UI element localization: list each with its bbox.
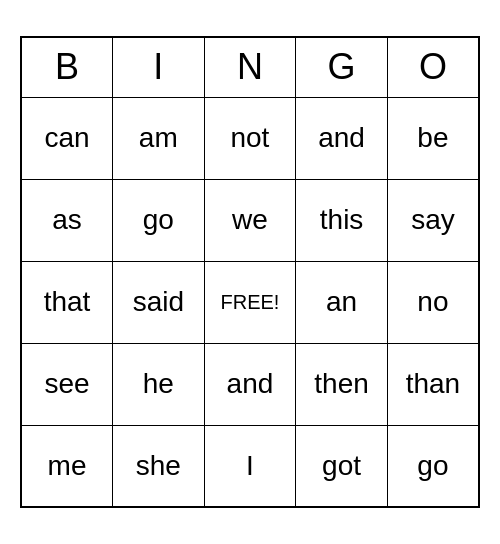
list-item: go — [387, 425, 479, 507]
list-item: no — [387, 261, 479, 343]
list-item: FREE! — [204, 261, 296, 343]
list-item: can — [21, 97, 113, 179]
list-item: say — [387, 179, 479, 261]
list-item: I — [204, 425, 296, 507]
table-row: mesheIgotgo — [21, 425, 479, 507]
list-item: be — [387, 97, 479, 179]
header-g: G — [296, 37, 388, 97]
header-o: O — [387, 37, 479, 97]
list-item: she — [113, 425, 205, 507]
list-item: we — [204, 179, 296, 261]
list-item: and — [204, 343, 296, 425]
table-row: seeheandthenthan — [21, 343, 479, 425]
table-row: asgowethissay — [21, 179, 479, 261]
bingo-header-row: B I N G O — [21, 37, 479, 97]
list-item: not — [204, 97, 296, 179]
list-item: than — [387, 343, 479, 425]
list-item: as — [21, 179, 113, 261]
table-row: thatsaidFREE!anno — [21, 261, 479, 343]
list-item: this — [296, 179, 388, 261]
header-b: B — [21, 37, 113, 97]
header-i: I — [113, 37, 205, 97]
list-item: then — [296, 343, 388, 425]
list-item: and — [296, 97, 388, 179]
list-item: said — [113, 261, 205, 343]
list-item: an — [296, 261, 388, 343]
list-item: that — [21, 261, 113, 343]
list-item: go — [113, 179, 205, 261]
list-item: he — [113, 343, 205, 425]
header-n: N — [204, 37, 296, 97]
bingo-body: canamnotandbeasgowethissaythatsaidFREE!a… — [21, 97, 479, 507]
list-item: got — [296, 425, 388, 507]
list-item: me — [21, 425, 113, 507]
list-item: am — [113, 97, 205, 179]
table-row: canamnotandbe — [21, 97, 479, 179]
bingo-card: B I N G O canamnotandbeasgowethissaythat… — [20, 36, 480, 508]
list-item: see — [21, 343, 113, 425]
